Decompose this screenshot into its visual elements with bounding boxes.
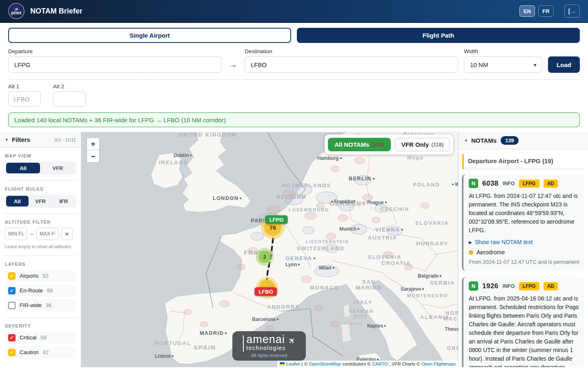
attribution-separator: |	[301, 361, 303, 366]
alt2-input[interactable]	[53, 91, 86, 107]
map-zoom-control: + −	[86, 137, 100, 163]
logout-button[interactable]: [→	[564, 4, 580, 18]
marker-cluster-enroute[interactable]: 3	[258, 251, 271, 263]
map-label: SWITZERLAND	[297, 245, 345, 251]
checkbox-critical[interactable]	[8, 334, 16, 341]
map-label: LONDON	[213, 195, 241, 201]
tab-flight-path[interactable]: Flight Path	[297, 28, 580, 43]
zoom-out-button[interactable]: −	[87, 150, 99, 162]
max-fl-input[interactable]	[36, 228, 58, 240]
map-label: Frankfurt	[331, 199, 356, 204]
map-label: POLAND	[413, 182, 440, 188]
success-banner: Loaded 140 local NOTAMs + 36 FIR-wide fo…	[8, 112, 580, 127]
map-label: Lisbon	[155, 353, 174, 359]
map-label: Lyon	[285, 262, 300, 267]
map-label: SERBIA	[430, 280, 455, 286]
logout-icon: [→	[568, 8, 576, 14]
filters-sidebar: ▼ Filters 3/3 · 11/11 MAP VIEW All VFR F…	[0, 132, 81, 367]
all-notams-button[interactable]: All NOTAMs (139)	[328, 138, 391, 151]
layer-label: Airports	[20, 273, 39, 279]
layer-count: 36	[46, 302, 51, 308]
watermark-bar	[243, 335, 244, 352]
lang-en-button[interactable]: EN	[519, 5, 535, 17]
navbar: ☁ pilot NOTAM Briefer EN FR [→	[0, 0, 588, 23]
map-view-vfr-button[interactable]: VFR	[41, 163, 75, 173]
notam-card: N 6038 INFO LFPG AD At LFPG. from 2024-1…	[462, 174, 585, 271]
severity-row-caution[interactable]: Caution 42	[5, 346, 76, 359]
flight-rules-toggle: All VFR IFR	[5, 195, 76, 208]
flight-rules-vfr-button[interactable]: VFR	[29, 196, 52, 206]
map-view-toggle: All VFR	[5, 162, 76, 175]
openflightmaps-link[interactable]: Open Flightmaps	[421, 361, 456, 366]
load-button[interactable]: Load	[548, 56, 580, 73]
severity-label: SEVERITY	[5, 323, 76, 328]
attribution-text: , VFR Charts ©	[390, 361, 420, 366]
zoom-in-button[interactable]: +	[87, 138, 99, 150]
map-label: MARINO	[356, 285, 382, 291]
layer-label: FIR-wide	[20, 302, 42, 308]
map-label: CITY	[354, 314, 368, 319]
carto-link[interactable]: CARTO	[372, 361, 388, 366]
checkbox-enroute[interactable]	[8, 287, 16, 294]
map-label: IRELAND	[159, 159, 188, 166]
map-label: SAN	[362, 279, 376, 285]
marker-lfbo[interactable]: LFBO	[254, 287, 277, 296]
notam-group-header: Departure Airport - LFPG (19)	[462, 154, 584, 169]
map-label: Prague	[367, 200, 387, 205]
severity-count: 58	[40, 334, 46, 341]
notam-type-badge: N	[469, 281, 478, 291]
alt1-label: Alt 1	[8, 83, 41, 90]
layers-label: LAYERS	[5, 262, 76, 267]
notam-id: 6038	[482, 180, 499, 188]
divider	[4, 256, 77, 256]
tab-single-airport[interactable]: Single Airport	[8, 28, 291, 43]
plane-icon: ✈	[286, 335, 298, 347]
flight-rules-all-button[interactable]: All	[6, 196, 29, 206]
lang-fr-button[interactable]: FR	[538, 5, 554, 17]
attribution-text: contributors ©	[343, 361, 371, 366]
map-label: SLOVENIA	[368, 254, 401, 260]
marker-lfpg[interactable]: LFPG	[265, 215, 288, 224]
checkbox-airports[interactable]	[8, 272, 16, 280]
checkbox-caution[interactable]	[8, 349, 16, 356]
copyright-symbol: ©	[304, 361, 307, 366]
layer-count: 88	[47, 287, 53, 294]
map-label: ROMA FIR	[343, 322, 363, 325]
notams-header[interactable]: ▼ NOTAMs 139	[459, 132, 588, 149]
layer-row-enroute[interactable]: En-Route 88	[5, 285, 76, 297]
notam-validity: From 2024-11-07 12:47 UTC and is permane…	[469, 258, 579, 266]
notam-info-label: INFO	[503, 283, 515, 289]
category-label: Aerodrome	[477, 249, 505, 256]
map-label: CZECHIA	[380, 206, 410, 212]
checkbox-firwide[interactable]	[8, 302, 16, 309]
clear-altitude-button[interactable]: ✕	[61, 228, 73, 240]
divider	[4, 317, 77, 318]
osm-link[interactable]: OpenStreetMap	[309, 361, 341, 366]
map-view-all-button[interactable]: All	[6, 163, 40, 173]
layer-row-firwide[interactable]: FIR-wide 36	[5, 299, 76, 312]
alt2-label: Alt 2	[53, 83, 86, 90]
map[interactable]: UNITED KINGDOMØstersøenМореDublinIRELAND…	[81, 132, 458, 367]
width-select[interactable]: 10 NM	[464, 56, 542, 73]
notam-tag-airport: LFPG	[519, 180, 539, 188]
destination-input[interactable]	[245, 56, 458, 73]
map-label: SLOVAKIA	[415, 220, 449, 226]
map-label: ITALY	[354, 299, 372, 305]
departure-input[interactable]	[8, 56, 222, 73]
flight-rules-ifr-button[interactable]: IFR	[52, 196, 75, 206]
vfr-only-button[interactable]: VFR Only (118)	[395, 138, 450, 151]
filters-header[interactable]: ▼ Filters 3/3 · 11/11	[0, 132, 81, 148]
map-label: ANDORRA	[267, 304, 300, 310]
layer-row-airports[interactable]: Airports 52	[5, 270, 76, 282]
severity-row-critical[interactable]: Critical 58	[5, 332, 76, 344]
map-label: LIECHTENSTEIN	[306, 240, 349, 244]
leaflet-link[interactable]: Leaflet	[286, 361, 300, 366]
notams-panel: ▼ NOTAMs 139 Departure Airport - LFPG (1…	[458, 132, 588, 367]
filters-summary: 3/3 · 11/11	[54, 137, 76, 142]
map-label: GREECE	[447, 345, 458, 351]
show-raw-notam-link[interactable]: ▶ Show raw NOTAM text	[469, 239, 579, 245]
alt1-input[interactable]	[8, 91, 41, 107]
map-label: Milan	[319, 265, 334, 271]
min-fl-input[interactable]	[5, 228, 27, 240]
map-label: NETHERLANDS	[282, 182, 331, 188]
